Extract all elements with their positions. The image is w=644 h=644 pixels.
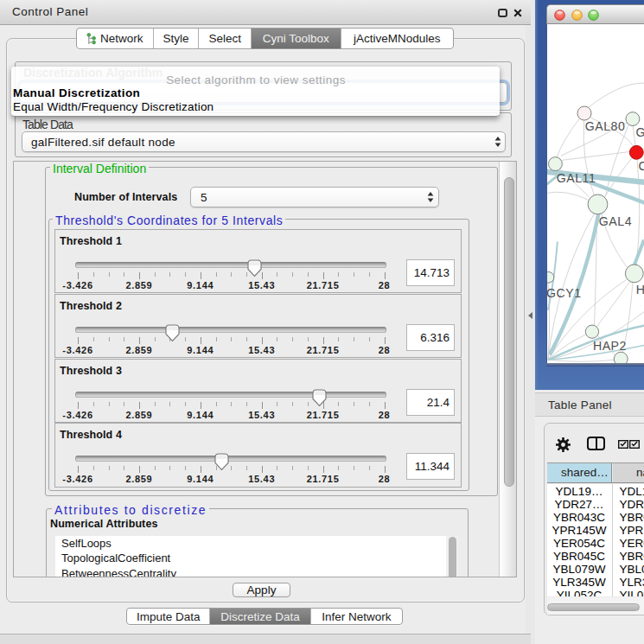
svg-text:C: C [639, 159, 644, 173]
svg-text:H: H [636, 283, 644, 296]
svg-text:GAL80: GAL80 [585, 119, 626, 133]
svg-text:HAP2: HAP2 [593, 339, 627, 353]
svg-text:GCY1: GCY1 [546, 286, 582, 300]
svg-text:GAL4: GAL4 [599, 214, 632, 228]
svg-text:GA: GA [636, 125, 644, 139]
svg-text:GAL11: GAL11 [557, 171, 596, 185]
